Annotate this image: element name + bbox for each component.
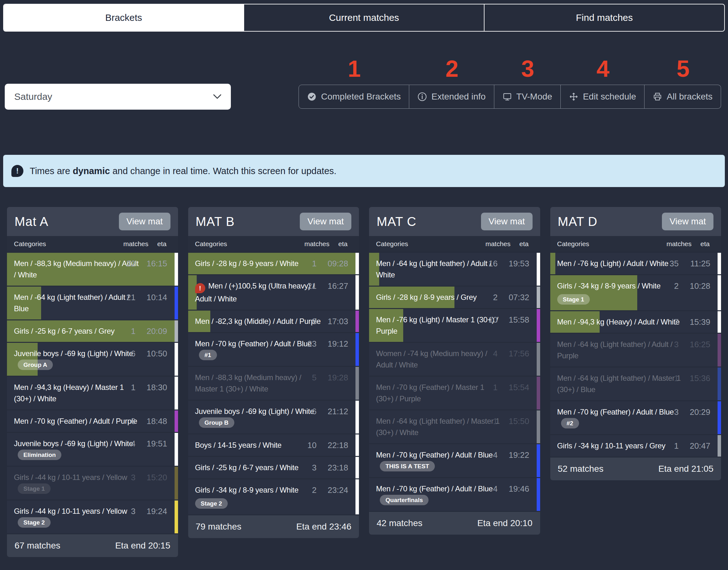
category-name: Girls / -28 kg / 8-9 years / Grey: [376, 293, 477, 301]
matches-count: 1: [119, 382, 136, 393]
eta-time: 07:32: [498, 292, 529, 303]
category-row[interactable]: Men / -76 kg (Light) / Master 1 (30+) / …: [369, 309, 540, 342]
mat-header: MAT D View mat: [550, 207, 721, 236]
row-numbers: 2 07:32: [481, 292, 529, 303]
tv-icon: [503, 92, 512, 101]
category-row[interactable]: Girls / -28 kg / 8-9 years / Grey 2 07:3…: [369, 287, 540, 308]
category-row[interactable]: Girls / -28 kg / 8-9 years / White 1 09:…: [188, 253, 359, 274]
tv-mode-button[interactable]: TV-Mode: [494, 85, 561, 109]
edit-schedule-button[interactable]: Edit schedule: [561, 85, 645, 109]
belt-color-bar: [355, 401, 359, 434]
category-name: Juvenile boys / -69 kg (Light) / White: [195, 407, 314, 415]
tab-label: Brackets: [105, 12, 142, 23]
category-row[interactable]: Girls / -25 kg / 6-7 years / Grey 1 20:0…: [7, 320, 178, 342]
category-row[interactable]: Girls / -34 kg / 8-9 years / WhiteStage …: [188, 479, 359, 514]
belt-color-bar: [537, 343, 540, 376]
category-row[interactable]: Men / -94,3 kg (Heavy) / Master 1 (30+) …: [7, 377, 178, 409]
category-row[interactable]: Girls / -25 kg / 6-7 years / White 3 23:…: [188, 457, 359, 478]
category-name: Girls / -34 kg / 8-9 years / White: [195, 486, 299, 494]
belt-color-bar: [718, 275, 721, 310]
category-row[interactable]: Men / -70 kg (Feather) / Adult / BlueTHI…: [369, 444, 540, 477]
category-row[interactable]: Girls / -34 kg / 10-11 years / Grey 1 20…: [550, 435, 721, 457]
subheader-right: matches eta: [304, 240, 352, 248]
day-select[interactable]: Saturday: [5, 84, 231, 110]
eta-time: 23:18: [317, 462, 348, 473]
category-row[interactable]: Men / -88,3 kg (Medium heavy) / Adult / …: [7, 253, 178, 286]
eta-time: 19:24: [136, 506, 167, 517]
category-row[interactable]: Juvenile boys / -69 kg (Light) / WhiteGr…: [7, 343, 178, 376]
eta-time: 10:14: [136, 292, 167, 303]
category-row[interactable]: Men / -64 kg (Light feather) / Adult / W…: [369, 253, 540, 286]
belt-color-bar: [175, 343, 178, 376]
tab-find-matches[interactable]: Find matches: [485, 4, 724, 31]
completed-brackets-button[interactable]: Completed Brackets: [299, 85, 409, 109]
category-row[interactable]: Men / -64 kg (Light feather) / Master 1 …: [369, 410, 540, 443]
tab-brackets[interactable]: Brackets: [4, 4, 244, 31]
category-row[interactable]: Men / -70 kg (Feather) / Adult / Blue#2 …: [550, 401, 721, 434]
view-mat-button[interactable]: View mat: [300, 213, 351, 230]
all-brackets-button[interactable]: All brackets: [645, 85, 721, 109]
matches-count: 21: [300, 280, 317, 292]
category-row[interactable]: Men / -64 kg (Light feather) / Adult / P…: [550, 334, 721, 366]
belt-color-bar: [355, 479, 359, 514]
matches-count: 1: [481, 382, 498, 393]
category-row[interactable]: Girls / -44 kg / 10-11 years / YellowSta…: [7, 467, 178, 500]
category-name: Girls / -25 kg / 6-7 years / Grey: [14, 327, 115, 335]
category-name: Men / -64 kg (Light feather) / Adult / P…: [557, 340, 673, 360]
step-number-5: 5: [645, 53, 721, 85]
category-row[interactable]: Men / -70 kg (Feather) / Adult / Blue#1 …: [188, 333, 359, 366]
category-row[interactable]: Women / -74 kg (Medium heavy) / Adult / …: [369, 343, 540, 376]
category-row[interactable]: !Men / (+)100,5 kg (Ultra heavy) / Adult…: [188, 275, 359, 310]
belt-color-bar: [537, 377, 540, 409]
category-name: Girls / -28 kg / 8-9 years / White: [195, 259, 299, 268]
stage-badge: Group A: [18, 359, 53, 370]
banner-text-bold: dynamic: [73, 166, 110, 176]
category-name: Men / -70 kg (Feather) / Adult / Blue: [376, 484, 493, 493]
category-name: Girls / -34 kg / 8-9 years / White: [557, 282, 661, 290]
category-row[interactable]: Men / -70 kg (Feather) / Adult / BlueQua…: [369, 478, 540, 511]
category-row[interactable]: Boys / 14-15 years / White 10 22:18: [188, 435, 359, 456]
tab-current-matches[interactable]: Current matches: [244, 4, 485, 31]
category-row[interactable]: Men / -88,3 kg (Medium heavy) / Master 1…: [188, 367, 359, 400]
tool-col-edit-schedule: 4 Edit schedule: [561, 53, 645, 109]
row-numbers: 8 17:03: [300, 316, 348, 327]
category-row[interactable]: Men / -70 kg (Feather) / Adult / Purple …: [7, 410, 178, 432]
category-row[interactable]: Men / -64 kg (Light feather) / Master 1 …: [550, 367, 721, 400]
mat-column: MAT C View mat Categories matches eta Me…: [369, 207, 540, 535]
category-row[interactable]: Men / -70 kg (Feather) / Master 1 (30+) …: [369, 377, 540, 409]
category-row[interactable]: Men / -64 kg (Light feather) / Adult / B…: [7, 287, 178, 319]
matches-count: 4: [481, 449, 498, 461]
row-numbers: 6 18:48: [119, 415, 167, 427]
row-numbers: 22 16:15: [119, 258, 167, 269]
matches-count: 6: [119, 415, 136, 427]
category-row[interactable]: Juvenile boys / -69 kg (Light) / WhiteEl…: [7, 433, 178, 466]
subheader-right: matches eta: [666, 240, 714, 248]
category-row[interactable]: Men / -76 kg (Light) / Adult / White 35 …: [550, 253, 721, 274]
belt-color-bar: [355, 253, 359, 274]
category-name: Men / -94,3 kg (Heavy) / Master 1 (30+) …: [14, 383, 124, 403]
category-row[interactable]: Men / -94,3 kg (Heavy) / Adult / White 7…: [550, 311, 721, 333]
extended-info-button[interactable]: Extended info: [409, 85, 494, 109]
mat-title: MAT B: [196, 215, 235, 229]
row-numbers: 3 19:24: [119, 506, 167, 517]
row-numbers: 10 22:18: [300, 440, 348, 451]
stage-badge: Stage 1: [557, 294, 590, 305]
category-row[interactable]: Juvenile boys / -69 kg (Light) / WhiteGr…: [188, 401, 359, 434]
category-row[interactable]: Girls / -44 kg / 10-11 years / YellowSta…: [7, 501, 178, 533]
footer-eta-end: Eta end 21:05: [659, 464, 713, 474]
mat-header: Mat A View mat: [7, 207, 178, 236]
banner-text: Times are dynamic and change in real tim…: [30, 166, 337, 176]
view-mat-button[interactable]: View mat: [662, 213, 713, 230]
step-number-3: 3: [494, 53, 561, 85]
eta-time: 15:39: [679, 316, 710, 328]
mat-footer: 67 matches Eta end 20:15: [7, 534, 178, 557]
category-row[interactable]: Girls / -34 kg / 8-9 years / WhiteStage …: [550, 275, 721, 310]
belt-color-bar: [718, 311, 721, 333]
eta-time: 10:50: [136, 348, 167, 359]
view-mat-button[interactable]: View mat: [119, 213, 170, 230]
view-mat-button[interactable]: View mat: [481, 213, 533, 230]
category-name: Men / -70 kg (Feather) / Adult / Blue: [195, 339, 312, 348]
category-name: Juvenile boys / -69 kg (Light) / White: [14, 349, 133, 358]
category-row[interactable]: Men / -82,3 kg (Middle) / Adult / Purple…: [188, 311, 359, 332]
matches-count: 8: [300, 316, 317, 327]
